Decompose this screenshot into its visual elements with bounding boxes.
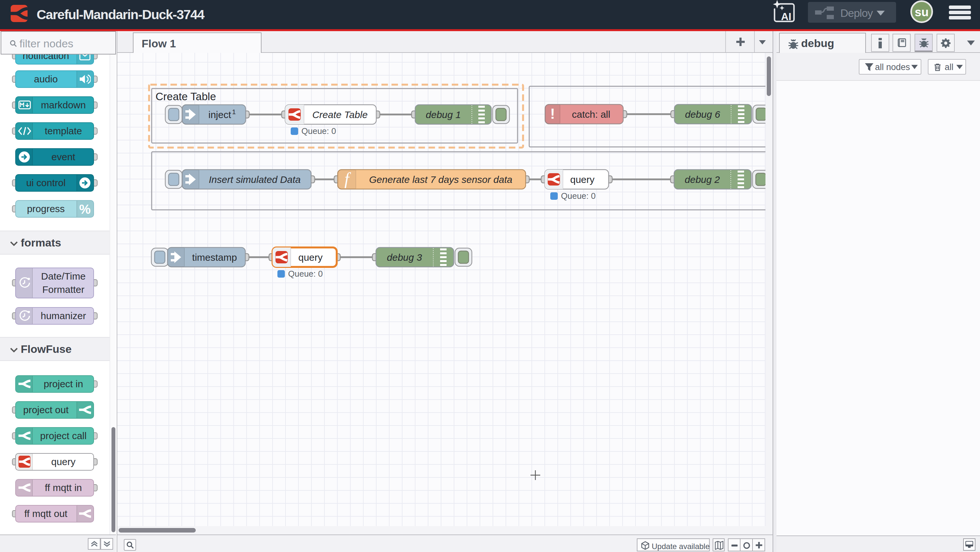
svg-text:debug 3: debug 3 xyxy=(387,252,422,263)
svg-text:Queue: 0: Queue: 0 xyxy=(301,126,336,136)
svg-text:inject: inject xyxy=(208,109,231,120)
svg-text:Insert simulated Data: Insert simulated Data xyxy=(209,174,301,185)
svg-text:Generate last 7 days sensor da: Generate last 7 days sensor data xyxy=(369,174,512,185)
svg-text:debug 1: debug 1 xyxy=(426,109,461,120)
svg-text:debug 2: debug 2 xyxy=(685,174,720,185)
svg-text:AI: AI xyxy=(781,11,791,22)
svg-text:1: 1 xyxy=(232,108,236,115)
svg-text:timestamp: timestamp xyxy=(192,252,237,263)
svg-text:catch: all: catch: all xyxy=(572,109,610,120)
svg-text:query: query xyxy=(298,252,323,263)
svg-text:query: query xyxy=(570,174,594,185)
svg-text:Queue: 0: Queue: 0 xyxy=(561,191,596,201)
svg-text:Create Table: Create Table xyxy=(312,109,368,120)
svg-text:!: ! xyxy=(550,106,555,121)
svg-text:Queue: 0: Queue: 0 xyxy=(288,269,323,279)
svg-text:debug 6: debug 6 xyxy=(685,109,721,120)
svg-text:Create Table: Create Table xyxy=(156,91,216,102)
